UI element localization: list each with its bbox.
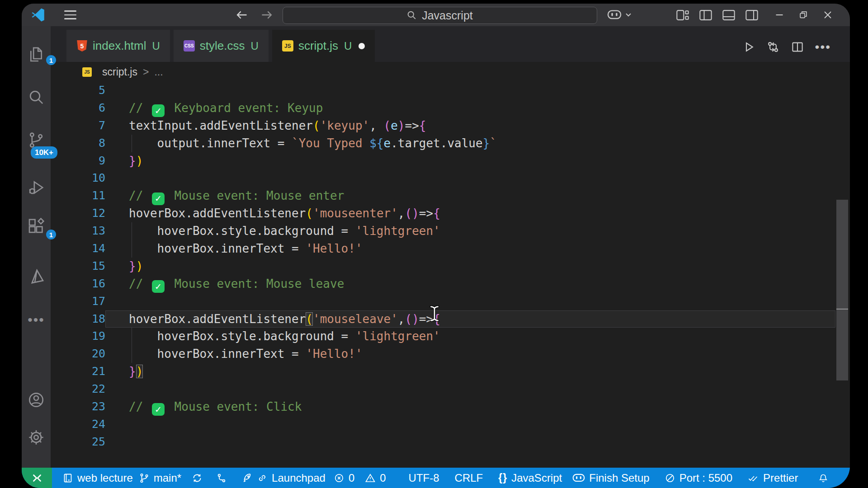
- encoding[interactable]: UTF-8: [409, 472, 439, 484]
- search-sidebar-icon[interactable]: [27, 88, 45, 106]
- code-line-17: 17: [51, 293, 850, 310]
- code-line-13: 13 hoverBox.style.background = 'lightgre…: [51, 222, 850, 240]
- code-line-6: 6// ✓ Keyboard event: Keyup: [51, 99, 850, 117]
- more-views-icon[interactable]: •••: [27, 311, 45, 329]
- line-number: 24: [51, 416, 105, 433]
- vscode-window: Javascript: [22, 4, 850, 488]
- back-arrow-icon[interactable]: [236, 4, 248, 26]
- forward-arrow-icon[interactable]: [260, 4, 273, 26]
- sync-icon: [192, 473, 203, 483]
- html-file-icon: 5: [76, 40, 88, 52]
- more-actions-icon[interactable]: •••: [815, 40, 831, 54]
- restore-icon[interactable]: [798, 10, 808, 20]
- copilot-status-label: Finish Setup: [589, 472, 649, 484]
- css-file-icon: CSS: [184, 40, 195, 52]
- line-number: 11: [51, 187, 105, 205]
- code-line-21: 21}): [51, 363, 850, 380]
- title-bar: Javascript: [22, 4, 850, 26]
- warning-icon: [365, 473, 376, 483]
- line-number: 20: [51, 345, 105, 363]
- eol-label: CRLF: [455, 472, 483, 484]
- eol[interactable]: CRLF: [455, 472, 483, 484]
- command-center-search[interactable]: Javascript: [283, 7, 597, 24]
- vertical-scrollbar[interactable]: [836, 200, 848, 380]
- encoding-label: UTF-8: [409, 472, 439, 484]
- extension-prism-icon[interactable]: [27, 267, 45, 286]
- line-number: 18: [51, 310, 105, 328]
- line-number: 17: [51, 293, 105, 310]
- prettier[interactable]: Prettier: [747, 472, 798, 484]
- checkmark-emoji: ✓: [152, 280, 165, 293]
- toggle-primary-sidebar-icon[interactable]: [699, 10, 712, 20]
- language-mode-label: {}: [498, 472, 507, 484]
- line-number: 9: [51, 152, 105, 170]
- explorer-badge: 1: [46, 55, 56, 65]
- tab-index.html[interactable]: 5index.htmlU: [66, 30, 170, 62]
- toggle-secondary-sidebar-icon[interactable]: [745, 10, 758, 20]
- language-mode-label: JavaScript: [511, 472, 562, 484]
- checkmark-emoji: ✓: [152, 403, 165, 416]
- line-number: 23: [51, 398, 105, 416]
- open-changes-icon[interactable]: [766, 40, 780, 54]
- explorer-icon[interactable]: [27, 45, 45, 63]
- branch-icon: [139, 473, 150, 483]
- scm-badge: 10K+: [31, 146, 57, 159]
- rocket-icon: [241, 472, 253, 483]
- remote-indicator[interactable]: [22, 468, 52, 488]
- run-file-icon[interactable]: [742, 40, 755, 54]
- live-server-port[interactable]: Port : 5500: [665, 472, 732, 484]
- line-number: 12: [51, 205, 105, 222]
- js-file-icon: JS: [282, 40, 293, 52]
- copilot-menu[interactable]: [607, 4, 632, 26]
- code-line-12: 12hoverBox.addEventListener('mouseenter'…: [51, 205, 850, 222]
- problems[interactable]: 00: [334, 472, 386, 484]
- breadcrumb-file[interactable]: script.js: [102, 66, 137, 78]
- search-label: Javascript: [422, 9, 473, 22]
- unsaved-dot-icon[interactable]: [359, 43, 365, 49]
- workspace[interactable]: web lecture: [62, 472, 133, 484]
- search-icon: [407, 10, 417, 20]
- code-line-10: 10: [51, 169, 850, 187]
- tab-label: index.html: [93, 39, 146, 53]
- language-mode[interactable]: {}JavaScript: [498, 472, 562, 484]
- book-icon: [62, 473, 73, 483]
- extensions-icon[interactable]: [27, 217, 45, 235]
- js-file-icon: JS: [82, 67, 92, 77]
- line-number: 16: [51, 275, 105, 293]
- breadcrumb-separator-icon: >: [143, 66, 149, 78]
- line-number: 13: [51, 222, 105, 240]
- code-lines: 56// ✓ Keyboard event: Keyup7textInput.a…: [51, 82, 850, 451]
- customize-layout-icon[interactable]: [676, 10, 689, 20]
- close-icon[interactable]: [823, 10, 833, 20]
- line-number: 25: [51, 433, 105, 451]
- launchpad[interactable]: Launchpad: [241, 472, 326, 484]
- breadcrumb-more[interactable]: ...: [154, 66, 163, 78]
- tab-style.css[interactable]: CSSstyle.cssU: [174, 30, 269, 62]
- line-number: 6: [51, 99, 105, 117]
- double-check-icon: [747, 473, 759, 483]
- code-line-8: 8 output.innerText = `You Typed ${e.targ…: [51, 135, 850, 152]
- activity-bar: 1 10K+ 1 •••: [22, 26, 51, 468]
- menu-icon[interactable]: [64, 4, 76, 26]
- code-editor[interactable]: 56// ✓ Keyboard event: Keyup7textInput.a…: [51, 82, 850, 468]
- split-editor-icon[interactable]: [791, 40, 804, 54]
- minimize-icon[interactable]: [775, 10, 784, 19]
- toggle-panel-icon[interactable]: [722, 10, 735, 20]
- remote-icon: [31, 472, 43, 484]
- code-line-22: 22: [51, 380, 850, 398]
- run-debug-icon[interactable]: [27, 178, 45, 197]
- code-line-5: 5: [51, 82, 850, 99]
- account-icon[interactable]: [27, 391, 45, 409]
- copilot-icon: [607, 9, 622, 21]
- code-line-23: 23// ✓ Mouse event: Click: [51, 398, 850, 416]
- copilot-status[interactable]: Finish Setup: [572, 472, 649, 484]
- source-control-graph[interactable]: [216, 473, 227, 483]
- vscode-logo-icon: [31, 4, 45, 26]
- tab-script.js[interactable]: JSscript.jsU: [272, 30, 375, 62]
- problems-label: 0: [380, 472, 386, 484]
- settings-gear-icon[interactable]: [27, 428, 45, 446]
- git-branch-label: main*: [154, 472, 181, 484]
- prettier-label: Prettier: [763, 472, 798, 484]
- notifications[interactable]: [818, 473, 829, 483]
- git-branch[interactable]: main*: [139, 472, 203, 484]
